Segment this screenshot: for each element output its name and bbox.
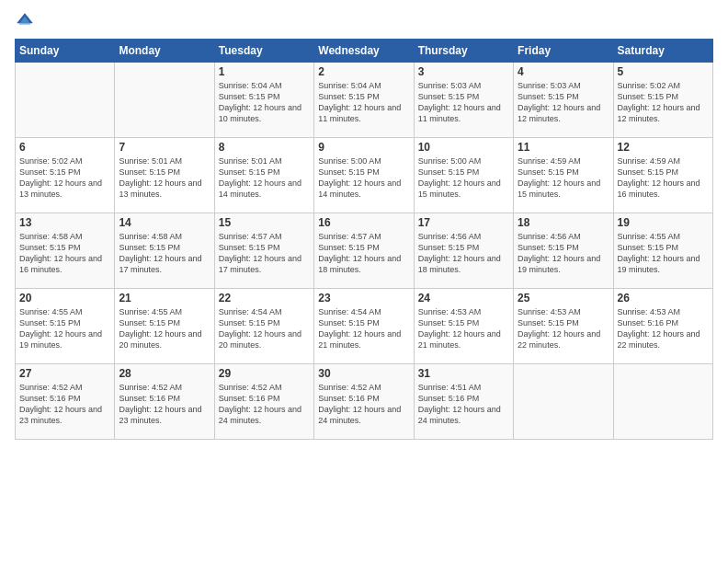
cell-info: Sunrise: 4:55 AM Sunset: 5:15 PM Dayligh… [618, 231, 709, 276]
cell-info: Sunrise: 4:52 AM Sunset: 5:16 PM Dayligh… [119, 382, 210, 427]
cell-info: Sunrise: 4:53 AM Sunset: 5:15 PM Dayligh… [518, 306, 609, 351]
day-number: 31 [418, 367, 509, 380]
day-number: 13 [19, 216, 110, 229]
calendar-cell: 18Sunrise: 4:56 AM Sunset: 5:15 PM Dayli… [514, 213, 613, 289]
calendar-cell: 26Sunrise: 4:53 AM Sunset: 5:16 PM Dayli… [613, 289, 712, 364]
calendar-week-row: 27Sunrise: 4:52 AM Sunset: 5:16 PM Dayli… [16, 364, 713, 440]
cell-info: Sunrise: 4:55 AM Sunset: 5:15 PM Dayligh… [19, 306, 110, 351]
cell-info: Sunrise: 4:58 AM Sunset: 5:15 PM Dayligh… [119, 231, 210, 276]
calendar-cell: 5Sunrise: 5:02 AM Sunset: 5:15 PM Daylig… [613, 63, 712, 138]
calendar-cell: 1Sunrise: 5:04 AM Sunset: 5:15 PM Daylig… [214, 63, 313, 138]
cell-info: Sunrise: 4:57 AM Sunset: 5:15 PM Dayligh… [318, 231, 409, 276]
calendar-header-row: SundayMondayTuesdayWednesdayThursdayFrid… [16, 40, 713, 63]
calendar-cell: 13Sunrise: 4:58 AM Sunset: 5:15 PM Dayli… [16, 213, 115, 289]
day-number: 9 [318, 141, 409, 154]
calendar-day-header: Monday [115, 40, 214, 63]
calendar-cell: 2Sunrise: 5:04 AM Sunset: 5:15 PM Daylig… [314, 63, 414, 138]
calendar-week-row: 20Sunrise: 4:55 AM Sunset: 5:15 PM Dayli… [16, 289, 713, 364]
cell-info: Sunrise: 4:53 AM Sunset: 5:15 PM Dayligh… [418, 306, 509, 351]
day-number: 21 [119, 292, 210, 304]
calendar-day-header: Tuesday [214, 40, 313, 63]
calendar-cell: 24Sunrise: 4:53 AM Sunset: 5:15 PM Dayli… [414, 289, 513, 364]
calendar-week-row: 1Sunrise: 5:04 AM Sunset: 5:15 PM Daylig… [16, 63, 713, 138]
calendar-cell: 7Sunrise: 5:01 AM Sunset: 5:15 PM Daylig… [115, 138, 214, 213]
calendar-cell: 31Sunrise: 4:51 AM Sunset: 5:16 PM Dayli… [414, 364, 513, 440]
header [15, 11, 713, 31]
day-number: 26 [618, 292, 709, 304]
calendar-cell: 27Sunrise: 4:52 AM Sunset: 5:16 PM Dayli… [16, 364, 115, 440]
day-number: 14 [119, 216, 210, 229]
logo-icon [15, 11, 35, 31]
cell-info: Sunrise: 5:01 AM Sunset: 5:15 PM Dayligh… [219, 155, 310, 201]
calendar-cell: 28Sunrise: 4:52 AM Sunset: 5:16 PM Dayli… [115, 364, 214, 440]
calendar-cell [613, 364, 712, 440]
cell-info: Sunrise: 4:56 AM Sunset: 5:15 PM Dayligh… [518, 231, 609, 276]
day-number: 2 [318, 65, 409, 78]
calendar-cell [16, 63, 115, 138]
day-number: 11 [518, 141, 609, 154]
day-number: 3 [418, 65, 509, 78]
day-number: 20 [19, 292, 110, 304]
day-number: 25 [518, 292, 609, 304]
day-number: 10 [418, 141, 509, 154]
cell-info: Sunrise: 4:51 AM Sunset: 5:16 PM Dayligh… [418, 382, 509, 427]
cell-info: Sunrise: 5:02 AM Sunset: 5:15 PM Dayligh… [19, 155, 110, 201]
cell-info: Sunrise: 4:54 AM Sunset: 5:15 PM Dayligh… [219, 306, 310, 351]
calendar-cell: 21Sunrise: 4:55 AM Sunset: 5:15 PM Dayli… [115, 289, 214, 364]
calendar-cell: 19Sunrise: 4:55 AM Sunset: 5:15 PM Dayli… [613, 213, 712, 289]
calendar-cell: 17Sunrise: 4:56 AM Sunset: 5:15 PM Dayli… [414, 213, 513, 289]
day-number: 7 [119, 141, 210, 154]
day-number: 18 [518, 216, 609, 229]
day-number: 30 [318, 367, 409, 380]
page: SundayMondayTuesdayWednesdayThursdayFrid… [0, 0, 728, 563]
cell-info: Sunrise: 5:04 AM Sunset: 5:15 PM Dayligh… [318, 80, 409, 125]
calendar-cell [115, 63, 214, 138]
calendar-cell: 12Sunrise: 4:59 AM Sunset: 5:15 PM Dayli… [613, 138, 712, 213]
calendar-cell: 20Sunrise: 4:55 AM Sunset: 5:15 PM Dayli… [16, 289, 115, 364]
day-number: 16 [318, 216, 409, 229]
day-number: 23 [318, 292, 409, 304]
cell-info: Sunrise: 4:55 AM Sunset: 5:15 PM Dayligh… [119, 306, 210, 351]
calendar-day-header: Friday [514, 40, 613, 63]
cell-info: Sunrise: 4:52 AM Sunset: 5:16 PM Dayligh… [318, 382, 409, 427]
day-number: 4 [518, 65, 609, 78]
calendar-cell: 25Sunrise: 4:53 AM Sunset: 5:15 PM Dayli… [514, 289, 613, 364]
cell-info: Sunrise: 4:53 AM Sunset: 5:16 PM Dayligh… [618, 306, 709, 351]
cell-info: Sunrise: 5:02 AM Sunset: 5:15 PM Dayligh… [618, 80, 709, 125]
cell-info: Sunrise: 5:01 AM Sunset: 5:15 PM Dayligh… [119, 155, 210, 201]
cell-info: Sunrise: 4:56 AM Sunset: 5:15 PM Dayligh… [418, 231, 509, 276]
cell-info: Sunrise: 5:00 AM Sunset: 5:15 PM Dayligh… [418, 155, 509, 201]
cell-info: Sunrise: 4:54 AM Sunset: 5:15 PM Dayligh… [318, 306, 409, 351]
day-number: 6 [19, 141, 110, 154]
calendar-week-row: 6Sunrise: 5:02 AM Sunset: 5:15 PM Daylig… [16, 138, 713, 213]
calendar-cell: 15Sunrise: 4:57 AM Sunset: 5:15 PM Dayli… [214, 213, 313, 289]
calendar-cell: 10Sunrise: 5:00 AM Sunset: 5:15 PM Dayli… [414, 138, 513, 213]
cell-info: Sunrise: 4:58 AM Sunset: 5:15 PM Dayligh… [19, 231, 110, 276]
calendar-cell: 22Sunrise: 4:54 AM Sunset: 5:15 PM Dayli… [214, 289, 313, 364]
calendar-cell: 8Sunrise: 5:01 AM Sunset: 5:15 PM Daylig… [214, 138, 313, 213]
cell-info: Sunrise: 4:59 AM Sunset: 5:15 PM Dayligh… [518, 155, 609, 201]
calendar-cell: 14Sunrise: 4:58 AM Sunset: 5:15 PM Dayli… [115, 213, 214, 289]
day-number: 29 [219, 367, 310, 380]
day-number: 8 [219, 141, 310, 154]
day-number: 12 [618, 141, 709, 154]
calendar-day-header: Sunday [16, 40, 115, 63]
calendar-cell [514, 364, 613, 440]
day-number: 1 [219, 65, 310, 78]
day-number: 27 [19, 367, 110, 380]
calendar-cell: 6Sunrise: 5:02 AM Sunset: 5:15 PM Daylig… [16, 138, 115, 213]
cell-info: Sunrise: 5:04 AM Sunset: 5:15 PM Dayligh… [219, 80, 310, 125]
calendar-day-header: Saturday [613, 40, 712, 63]
cell-info: Sunrise: 5:03 AM Sunset: 5:15 PM Dayligh… [518, 80, 609, 125]
day-number: 22 [219, 292, 310, 304]
calendar-day-header: Wednesday [314, 40, 414, 63]
calendar-cell: 4Sunrise: 5:03 AM Sunset: 5:15 PM Daylig… [514, 63, 613, 138]
cell-info: Sunrise: 4:59 AM Sunset: 5:15 PM Dayligh… [618, 155, 709, 201]
cell-info: Sunrise: 5:00 AM Sunset: 5:15 PM Dayligh… [318, 155, 409, 201]
day-number: 24 [418, 292, 509, 304]
logo [15, 11, 39, 31]
cell-info: Sunrise: 4:57 AM Sunset: 5:15 PM Dayligh… [219, 231, 310, 276]
day-number: 19 [618, 216, 709, 229]
calendar-cell: 29Sunrise: 4:52 AM Sunset: 5:16 PM Dayli… [214, 364, 313, 440]
cell-info: Sunrise: 5:03 AM Sunset: 5:15 PM Dayligh… [418, 80, 509, 125]
